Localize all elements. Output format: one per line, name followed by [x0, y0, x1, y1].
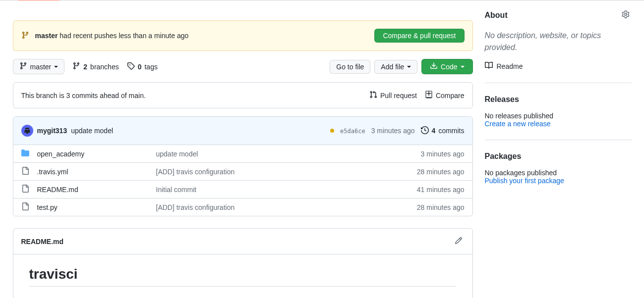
compare-pull-request-button[interactable]: Compare & pull request	[374, 29, 464, 43]
packages-text: No packages published	[485, 169, 632, 177]
file-name-link[interactable]: test.py	[37, 203, 58, 211]
compare-link[interactable]: Compare	[425, 91, 465, 100]
branch-icon	[21, 31, 29, 41]
publish-package-link[interactable]: Publish your first package	[485, 177, 564, 185]
readme-box: README.md travisci	[13, 228, 473, 298]
file-commit-msg-link[interactable]: [ADD] travis configuration	[156, 168, 235, 176]
file-time: 28 minutes ago	[417, 168, 465, 176]
download-icon	[430, 62, 438, 71]
tags-link[interactable]: 0 tags	[127, 62, 158, 71]
file-icon	[21, 167, 29, 176]
repo-toolbar: master 2 branches 0 tags Go to f	[13, 59, 473, 74]
avatar[interactable]	[21, 125, 33, 137]
caret-down-icon	[54, 66, 58, 68]
about-section: About No description, website, or topics…	[485, 8, 632, 83]
releases-section: Releases No releases published Create a …	[485, 95, 632, 140]
history-icon	[421, 126, 429, 136]
file-commit-msg-link[interactable]: [ADD] travis configuration	[156, 203, 235, 211]
commits-link[interactable]: 4 commits	[421, 126, 465, 136]
file-row: .travis.yml [ADD] travis configuration 2…	[13, 163, 472, 181]
file-time: 3 minutes ago	[421, 150, 465, 158]
file-list-box: mygit313 update model e5da6ce 3 minutes …	[13, 116, 473, 216]
releases-text: No releases published	[485, 112, 632, 120]
diff-icon	[425, 91, 433, 100]
pencil-icon	[455, 239, 463, 246]
latest-commit-header: mygit313 update model e5da6ce 3 minutes …	[13, 117, 472, 145]
flash-text: master had recent pushes less than a min…	[35, 32, 189, 40]
branch-icon	[72, 62, 80, 71]
caret-down-icon	[461, 66, 465, 68]
file-icon	[21, 185, 29, 194]
branch-ahead-info: This branch is 3 commits ahead of main. …	[13, 82, 473, 108]
branch-icon	[19, 62, 27, 71]
releases-title[interactable]: Releases	[485, 95, 632, 104]
branch-ahead-text: This branch is 3 commits ahead of main.	[21, 92, 146, 99]
status-pending-icon[interactable]	[330, 129, 334, 133]
branch-select-button[interactable]: master	[13, 59, 65, 74]
file-row: test.py [ADD] travis configuration 28 mi…	[13, 199, 472, 216]
folder-icon	[21, 149, 29, 158]
file-row: open_academy update model 3 minutes ago	[13, 145, 472, 163]
readme-filename[interactable]: README.md	[21, 238, 64, 246]
commit-author-link[interactable]: mygit313	[37, 127, 67, 135]
settings-button[interactable]	[620, 8, 632, 22]
file-icon	[21, 202, 29, 212]
file-time: 28 minutes ago	[417, 203, 465, 211]
commit-message-link[interactable]: update model	[71, 127, 113, 135]
file-name-link[interactable]: open_academy	[37, 150, 85, 158]
file-time: 41 minutes ago	[417, 186, 465, 194]
about-description: No description, website, or topics provi…	[485, 30, 632, 53]
tag-icon	[127, 62, 135, 71]
packages-section: Packages No packages published Publish y…	[485, 152, 632, 197]
book-icon	[485, 61, 493, 71]
add-file-button[interactable]: Add file	[374, 60, 417, 74]
pull-request-icon	[369, 91, 377, 100]
file-row: README.md Initial commit 41 minutes ago	[13, 181, 472, 199]
file-name-link[interactable]: .travis.yml	[37, 168, 68, 176]
go-to-file-button[interactable]: Go to file	[330, 60, 370, 74]
recent-push-banner: master had recent pushes less than a min…	[13, 20, 473, 51]
readme-heading: travisci	[29, 266, 457, 287]
readme-link[interactable]: Readme	[485, 61, 632, 71]
file-commit-msg-link[interactable]: Initial commit	[156, 186, 197, 194]
commit-sha-link[interactable]: e5da6ce	[340, 127, 365, 135]
commit-time: 3 minutes ago	[371, 127, 415, 135]
caret-down-icon	[407, 66, 411, 68]
edit-readme-button[interactable]	[453, 235, 465, 248]
about-title: About	[485, 11, 508, 20]
file-commit-msg-link[interactable]: update model	[156, 150, 198, 158]
packages-title[interactable]: Packages	[485, 152, 632, 161]
create-release-link[interactable]: Create a new release	[485, 120, 551, 128]
gear-icon	[622, 12, 630, 20]
code-button[interactable]: Code	[421, 59, 472, 74]
file-name-link[interactable]: README.md	[37, 186, 78, 194]
pull-request-link[interactable]: Pull request	[369, 91, 417, 100]
branches-link[interactable]: 2 branches	[72, 62, 118, 71]
